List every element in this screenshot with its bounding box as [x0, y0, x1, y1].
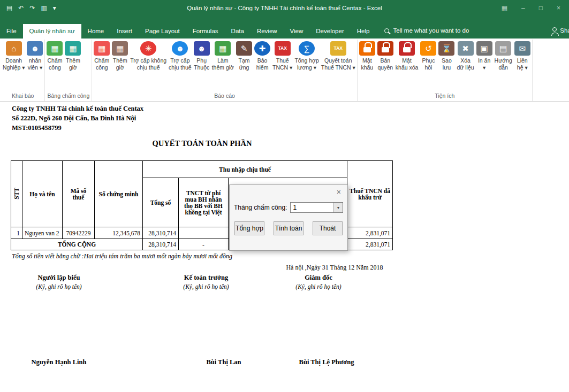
ribbon-button-them-gio-1[interactable]: ▦ Thêmgiờ — [64, 40, 82, 72]
button-label: Phục — [422, 57, 435, 64]
button-label: hồi — [424, 64, 432, 71]
close-icon[interactable]: × — [557, 4, 560, 12]
tab-quan-ly-nhan-su[interactable]: Quản lý nhân sự — [23, 24, 81, 39]
ribbon-button-tam-ung[interactable]: ✎ Tạmứng — [235, 40, 253, 72]
share-button[interactable]: Share — [552, 27, 569, 39]
month-combobox[interactable]: 1 ▼ — [290, 202, 343, 213]
ribbon-button-quyet-toan-thue-tncn[interactable]: TAX Quyết toánThuế TNCN ▾ — [320, 40, 356, 72]
timekeeping-report-icon: ▦ — [94, 41, 110, 56]
total-label[interactable]: TỔNG CỘNG — [11, 239, 143, 250]
ribbon-button-tong-hop-luong[interactable]: ∑ Tổng hợplương ▾ — [293, 40, 320, 72]
ribbon-button-mat-khau[interactable]: Mậtkhẩu — [358, 40, 376, 72]
button-label: Chấm — [47, 57, 62, 64]
button-label: khẩu xóa — [396, 64, 419, 71]
ribbon-button-bao-hiem[interactable]: ✚ Bảohiểm — [253, 40, 271, 72]
cell-id-number[interactable]: 12,345,678 — [95, 227, 143, 239]
license-lock-icon — [377, 41, 393, 56]
contact-icon: ✉ — [514, 41, 530, 56]
timekeeping-calendar-icon: ▦ — [47, 41, 63, 56]
button-label: viên ▾ — [28, 64, 42, 71]
tell-me-search[interactable]: Tell me what you want to do — [384, 27, 469, 39]
ribbon-button-them-gio-2[interactable]: ▦ Thêmgiờ — [111, 40, 129, 72]
ribbon-button-lam-them-gio[interactable]: ▦ Làmthêm giờ — [211, 40, 235, 72]
button-label: Mật — [362, 57, 372, 64]
total-tnct[interactable]: - — [179, 239, 229, 250]
button-label: TNCN ▾ — [272, 64, 292, 71]
thoat-button[interactable]: Thoát — [313, 221, 343, 235]
ribbon-button-phuc-hoi[interactable]: ↺ Phụchồi — [419, 40, 437, 72]
button-label: Liên — [517, 57, 528, 64]
signature-title: Giám đốc — [278, 274, 359, 282]
cell-stt[interactable]: 1 — [11, 227, 22, 239]
col-header-name: Họ và tên — [22, 161, 63, 227]
ribbon-button-nhan-vien[interactable]: ☻ nhânviên ▾ — [26, 40, 44, 72]
redo-icon[interactable]: ↷ — [29, 4, 35, 12]
total-tax-withheld[interactable]: 2,831,071 — [347, 239, 393, 250]
ribbon-button-lien-he[interactable]: ✉ Liênhệ ▾ — [513, 40, 532, 72]
ribbon-button-in-an[interactable]: ▣ In ấn▾ — [475, 40, 494, 72]
tax-tag-icon: TAX — [275, 41, 291, 56]
minimize-icon[interactable]: – — [521, 4, 525, 12]
tinh-toan-button[interactable]: Tính toán — [274, 221, 304, 235]
ribbon-button-cham-cong-2[interactable]: ▦ Chấmcông — [93, 40, 111, 72]
tab-help[interactable]: Help — [351, 24, 376, 39]
ribbon-button-phu-thuoc[interactable]: ☻ PhụThuộc — [193, 40, 211, 72]
ribbon-button-mat-khau-xoa[interactable]: Mậtkhẩu xóa — [394, 40, 420, 72]
tab-developer[interactable]: Developer — [309, 24, 350, 39]
cell-tnct[interactable] — [179, 227, 229, 239]
overtime-calendar-icon: ▦ — [65, 41, 81, 56]
button-label: Tạm — [239, 57, 250, 64]
company-icon: ⌂ — [6, 41, 22, 56]
ribbon-button-xoa-du-lieu[interactable]: ✖ Xóadữ liệu — [456, 40, 475, 72]
month-value[interactable]: 1 — [291, 203, 333, 212]
button-label: lương ▾ — [297, 64, 316, 71]
dialog-close-icon[interactable]: × — [335, 188, 343, 196]
tab-formulas[interactable]: Formulas — [186, 24, 225, 39]
ribbon-button-tro-cap-chiu-thue[interactable]: ☻ Trợ cấpchịu thuế — [168, 40, 193, 72]
save-icon[interactable]: ▤ — [6, 4, 12, 12]
cell-tax-withheld[interactable]: 2,831,071 — [347, 227, 393, 239]
ribbon-button-huong-dan[interactable]: ▤ Hướngdẫn — [494, 40, 513, 72]
salary-summary-sigma-icon: ∑ — [299, 41, 315, 56]
tab-view[interactable]: View — [284, 24, 310, 39]
ribbon-tab-bar: File Quản lý nhân sự Home Insert Page La… — [0, 16, 569, 39]
tab-file[interactable]: File — [0, 24, 23, 39]
ribbon-button-doanh-nghiep[interactable]: ⌂ DoanhNghiệp ▾ — [2, 40, 26, 72]
signature-note: (Ký, ghi rõ họ tên) — [166, 283, 246, 290]
tab-page-layout[interactable]: Page Layout — [139, 24, 186, 39]
tab-home[interactable]: Home — [81, 24, 111, 39]
button-label: Chấm — [94, 57, 109, 64]
ribbon-button-thue-tncn[interactable]: TAX ThuếTNCN ▾ — [271, 40, 293, 72]
button-label: thêm giờ — [212, 64, 234, 71]
company-info: Công ty TNHH Tài chính kế toán thuế Cent… — [0, 102, 569, 133]
ribbon-button-ban-quyen[interactable]: Bảnquyền — [376, 40, 394, 72]
button-label: Tổng hợp — [294, 57, 318, 64]
signature-block-director: Giám đốc (Ký, ghi rõ họ tên) — [278, 274, 359, 290]
document-preview-icon[interactable]: ▥ — [41, 4, 47, 12]
ribbon-button-cham-cong-1[interactable]: ▦ Chấmcông — [45, 40, 64, 72]
date-line: Hà nội ,Ngày 31 Tháng 12 Năm 2018 — [268, 264, 401, 272]
undo-icon[interactable]: ↶ — [18, 4, 24, 12]
combo-dropdown-icon[interactable]: ▼ — [333, 203, 343, 212]
group-label-khai-bao: Khai báo — [2, 92, 44, 101]
ribbon-button-tro-cap-khong-chiu-thue[interactable]: ✳ Trợ cấp khôngchịu thuế — [129, 40, 168, 72]
maximize-icon[interactable]: □ — [539, 4, 543, 12]
cell-total[interactable]: 28,310,714 — [143, 227, 179, 239]
cell-tax-code[interactable]: 70942229 — [63, 227, 95, 239]
tong-hop-button[interactable]: Tổng hợp — [234, 221, 264, 235]
tab-review[interactable]: Review — [251, 24, 284, 39]
ribbon-group-bang-cham-cong: ▦ Chấmcông ▦ Thêmgiờ Bảng chấm công — [45, 40, 92, 101]
company-address: Số 222D, Ngõ 260 Đội Cấn, Ba Đình Hà Nội — [12, 113, 569, 123]
tab-data[interactable]: Data — [225, 24, 251, 39]
cell-name[interactable]: Nguyen van 2 — [22, 227, 63, 239]
print-icon: ▣ — [476, 41, 492, 56]
extra-hours-calendar-icon: ▦ — [215, 41, 231, 56]
button-label: Sao — [442, 57, 452, 64]
ribbon-display-options-icon[interactable]: ▦ — [502, 4, 507, 12]
tab-insert[interactable]: Insert — [110, 24, 139, 39]
total-total[interactable]: 28,310,714 — [143, 239, 179, 250]
qat-dropdown-icon[interactable]: ▾ — [53, 4, 56, 12]
button-label: ▾ — [483, 64, 485, 71]
button-label: giờ — [116, 64, 124, 71]
ribbon-button-sao-luu[interactable]: ⌛ Saolưu — [437, 40, 456, 72]
